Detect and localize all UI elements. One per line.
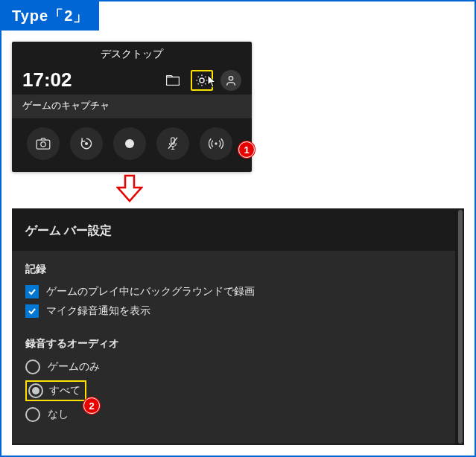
radio-game-only[interactable]: ゲームのみ	[25, 359, 442, 374]
broadcast-button[interactable]	[200, 127, 232, 160]
cursor-icon	[207, 74, 218, 88]
action-row	[12, 118, 252, 172]
radio-icon	[25, 407, 40, 422]
gamebar-widget: デスクトップ 17:02 ゲームのキャプチャ	[12, 42, 252, 172]
checkbox-label: マイク録音通知を表示	[46, 304, 150, 318]
svg-point-7	[215, 142, 217, 144]
arrow-down-icon	[116, 174, 143, 202]
svg-point-1	[229, 76, 232, 80]
radio-label: ゲームのみ	[48, 360, 100, 374]
record-button[interactable]	[113, 127, 146, 160]
checkbox-label: ゲームのプレイ中にバックグラウンドで録画	[46, 285, 255, 298]
user-icon[interactable]	[220, 70, 241, 91]
radio-label: なし	[48, 408, 69, 421]
check-icon	[25, 304, 39, 318]
scrollbar[interactable]	[458, 210, 463, 444]
widget-title: デスクトップ	[12, 42, 252, 65]
record-icon	[125, 139, 134, 148]
highlight-box: すべて	[25, 380, 86, 401]
folder-icon[interactable]	[162, 70, 183, 91]
screenshot-button[interactable]	[27, 127, 60, 160]
checkbox-bg-record[interactable]: ゲームのプレイ中にバックグラウンドで録画	[25, 285, 442, 298]
settings-panel: ゲーム バー設定 記録 ゲームのプレイ中にバックグラウンドで録画 マイク録音通知…	[12, 208, 464, 445]
svg-rect-0	[167, 77, 180, 85]
record-last-button[interactable]	[70, 127, 103, 160]
radio-label: すべて	[49, 384, 80, 397]
settings-title: ゲーム バー設定	[12, 208, 455, 251]
checkbox-mic-notice[interactable]: マイク録音通知を表示	[25, 304, 442, 318]
widget-subtitle: ゲームのキャプチャ	[12, 95, 252, 118]
callout-2: 2	[83, 397, 100, 414]
check-icon	[25, 285, 39, 298]
type-header: Type「2」	[1, 1, 99, 31]
svg-point-4	[85, 142, 88, 145]
clock: 17:02	[22, 68, 155, 92]
callout-1: 1	[238, 141, 255, 158]
mic-button[interactable]	[156, 127, 189, 160]
section-record-label: 記録	[25, 263, 442, 276]
radio-icon	[28, 383, 43, 398]
radio-icon	[25, 359, 40, 374]
section-audio-label: 録音するオーディオ	[25, 337, 442, 351]
svg-point-3	[41, 142, 45, 147]
